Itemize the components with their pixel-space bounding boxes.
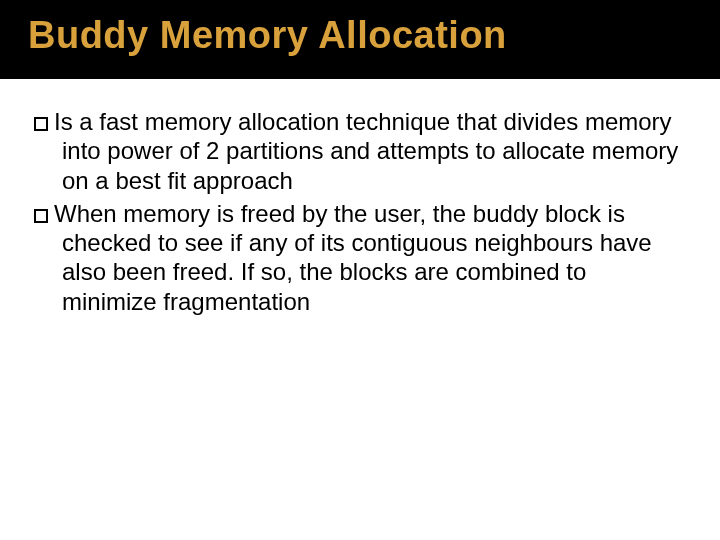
bullet-item: When memory is freed by the user, the bu…: [34, 199, 686, 316]
square-bullet-icon: [34, 117, 48, 131]
bullet-item: Is a fast memory allocation technique th…: [34, 107, 686, 195]
bullet-text: Is a fast memory allocation technique th…: [54, 108, 678, 194]
title-band: Buddy Memory Allocation: [0, 0, 720, 79]
square-bullet-icon: [34, 209, 48, 223]
bullet-text: When memory is freed by the user, the bu…: [54, 200, 652, 315]
slide-title: Buddy Memory Allocation: [28, 14, 692, 57]
content-area: Is a fast memory allocation technique th…: [0, 79, 720, 316]
